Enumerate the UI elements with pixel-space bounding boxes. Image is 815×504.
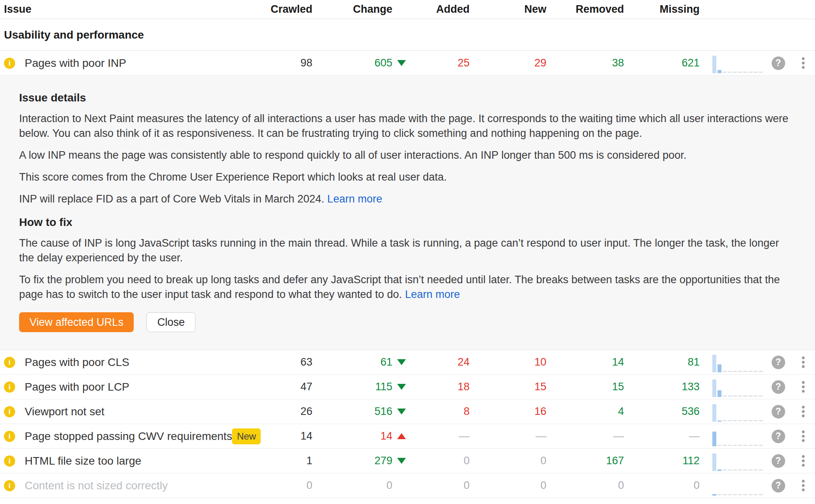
change-arrow-icon [397,458,406,464]
rows-after-panel: i Pages with poor CLS 63 61 24 10 14 81 … [0,350,815,498]
change-number: 61 [380,356,392,368]
crawled-value: 26 [239,405,312,418]
history-sparkline [700,377,765,397]
help-icon[interactable]: ? [772,479,785,492]
issue-label: Pages with poor LCP [25,381,129,393]
help-icon-cell: ? [765,405,791,418]
removed-value: 4 [546,405,624,418]
kebab-menu-icon[interactable] [791,473,815,498]
issue-label: Content is not sized correctly [25,479,168,492]
change-value: 61 [312,356,406,368]
kebab-menu-icon[interactable] [791,399,815,424]
issue-details-paragraph-1: Interaction to Next Paint measures the l… [19,111,791,141]
help-icon-cell: ? [765,454,791,468]
history-sparkline [700,426,765,446]
section-title: Usability and performance [4,29,144,41]
info-icon: i [4,455,15,467]
help-icon[interactable]: ? [772,356,785,369]
added-value: 0 [406,479,470,492]
issue-details-paragraph-3: This score comes from the Chrome User Ex… [19,170,791,185]
help-icon-cell: ? [765,56,791,70]
info-icon: i [4,357,15,368]
issue-details-paragraph-2: A low INP means the page was consistentl… [19,148,791,163]
close-button[interactable]: Close [146,312,195,332]
removed-value: 0 [546,479,624,492]
issue-details-paragraph-4-text: INP will replace FID as a part of Core W… [19,193,324,205]
column-header-crawled: Crawled [239,3,312,16]
column-header-change: Change [312,3,406,16]
column-header-added: Added [406,3,470,16]
missing-value: 536 [624,405,700,418]
help-icon[interactable]: ? [772,56,785,70]
change-arrow-slot [392,384,406,390]
change-arrow-icon [397,433,406,439]
missing-value: 0 [624,479,700,492]
change-arrow-slot [392,409,406,414]
help-icon[interactable]: ? [772,405,785,418]
help-icon-cell: ? [765,430,791,443]
issue-details-panel: Issue details Interaction to Next Paint … [0,76,815,350]
crawled-value: 1 [239,455,312,467]
column-header-issue: Issue [0,3,239,16]
crawled-value: 47 [239,381,312,393]
change-value: 516 [312,405,406,418]
info-icon: i [4,381,15,393]
issue-label-cell: i Page stopped passing CWV requirements … [0,428,239,444]
kebab-menu-icon[interactable] [791,350,815,374]
info-icon: i [4,58,15,69]
issue-row[interactable]: i Content is not sized correctly 0 0 0 0… [0,473,815,498]
info-icon: i [4,431,15,442]
issue-row[interactable]: i Pages with poor CLS 63 61 24 10 14 81 … [0,350,815,375]
issue-details-heading: Issue details [19,91,796,104]
change-arrow-slot [392,433,406,439]
change-arrow-slot [392,60,406,66]
help-icon[interactable]: ? [772,430,785,443]
panel-buttons: View affected URLs Close [19,312,796,332]
removed-value: 14 [546,356,624,368]
issue-details-paragraph-4: INP will replace FID as a part of Core W… [19,192,791,206]
kebab-menu-icon[interactable] [791,375,815,399]
change-number: 516 [374,405,392,418]
new-value: 0 [470,479,546,492]
change-arrow-icon [397,359,406,365]
learn-more-link-2[interactable]: Learn more [405,288,460,300]
column-header-missing: Missing [624,3,700,16]
missing-value: 133 [624,381,700,393]
kebab-menu-icon[interactable] [791,449,815,473]
change-arrow-slot [392,458,406,464]
table-header-row: Issue Crawled Change Added New Removed M… [0,0,815,19]
new-value: 0 [470,455,546,467]
missing-value: 112 [624,455,700,467]
change-number: 14 [380,430,392,442]
change-number: 0 [386,479,392,492]
change-value: 14 [312,430,406,442]
change-value: 115 [312,381,406,393]
issue-row[interactable]: i Viewport not set 26 516 8 16 4 536 ? [0,399,815,424]
kebab-menu-icon[interactable] [791,51,815,75]
issue-row[interactable]: i Pages with poor LCP 47 115 18 15 15 13… [0,375,815,399]
issue-row[interactable]: i Page stopped passing CWV requirements … [0,424,815,449]
new-value: 10 [470,356,546,368]
info-icon: i [4,480,15,491]
learn-more-link[interactable]: Learn more [327,193,382,205]
view-affected-urls-button[interactable]: View affected URLs [19,312,134,332]
issue-label-cell: i Pages with poor CLS [0,356,239,369]
help-icon[interactable]: ? [772,454,785,468]
missing-value: 81 [624,356,700,368]
how-to-fix-heading: How to fix [19,216,796,229]
change-arrow-icon [397,384,406,390]
missing-value: 621 [624,57,700,69]
history-sparkline [700,352,765,372]
issue-row[interactable]: i Pages with poor INP 98 605 25 29 38 62… [0,51,815,76]
issue-row[interactable]: i HTML file size too large 1 279 0 0 167… [0,449,815,473]
new-value: — [470,430,546,442]
issue-label: Viewport not set [25,405,104,418]
help-icon-cell: ? [765,356,791,369]
help-icon[interactable]: ? [772,380,785,394]
how-to-fix-paragraph-1: The cause of INP is long JavaScript task… [19,236,791,265]
added-value: 24 [406,356,470,368]
added-value: 18 [406,381,470,393]
kebab-menu-icon[interactable] [791,424,815,448]
issue-label-cell: i Pages with poor INP [0,57,239,70]
change-value: 0 [312,479,406,492]
